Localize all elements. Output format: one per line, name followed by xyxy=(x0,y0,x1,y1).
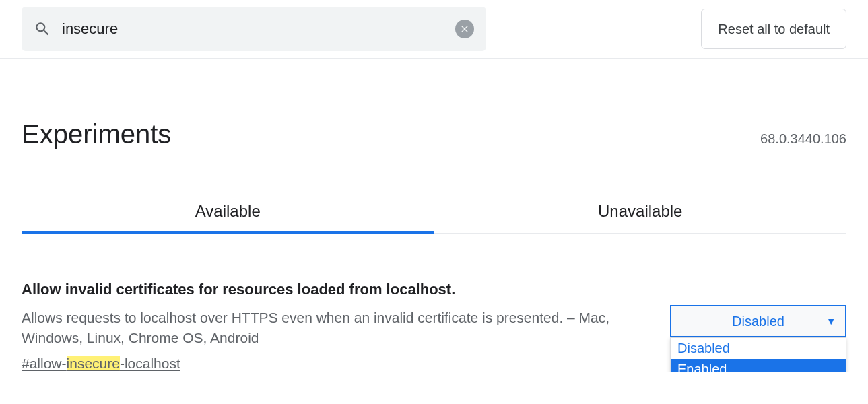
flag-description: Allows requests to localhost over HTTPS … xyxy=(22,308,654,349)
flag-id-prefix: #allow- xyxy=(22,356,67,371)
flag-option-disabled[interactable]: Disabled xyxy=(671,338,846,359)
tab-unavailable[interactable]: Unavailable xyxy=(434,190,847,233)
flag-select-value: Disabled xyxy=(732,314,784,329)
flag-id[interactable]: #allow-insecure-localhost xyxy=(22,356,180,371)
search-input[interactable] xyxy=(62,20,455,38)
search-icon xyxy=(34,20,51,38)
page-title: Experiments xyxy=(22,119,171,149)
top-bar: Reset all to default xyxy=(0,0,868,59)
flag-title: Allow invalid certificates for resources… xyxy=(22,281,654,298)
close-icon xyxy=(459,24,470,34)
chevron-down-icon: ▼ xyxy=(826,316,836,327)
flag-id-highlight: insecure xyxy=(67,356,120,371)
tab-available[interactable]: Available xyxy=(22,190,434,233)
flag-row: Allow invalid certificates for resources… xyxy=(22,281,846,372)
flag-select-dropdown: Disabled Enabled xyxy=(670,337,846,372)
clear-search-button[interactable] xyxy=(455,20,474,38)
reset-all-button[interactable]: Reset all to default xyxy=(701,9,846,49)
flag-option-enabled[interactable]: Enabled xyxy=(671,359,846,372)
version-label: 68.0.3440.106 xyxy=(760,131,846,147)
tabs: Available Unavailable xyxy=(22,190,846,234)
flag-select[interactable]: Disabled ▼ xyxy=(670,305,846,337)
search-box[interactable] xyxy=(22,7,486,51)
flag-id-suffix: -localhost xyxy=(120,356,180,371)
